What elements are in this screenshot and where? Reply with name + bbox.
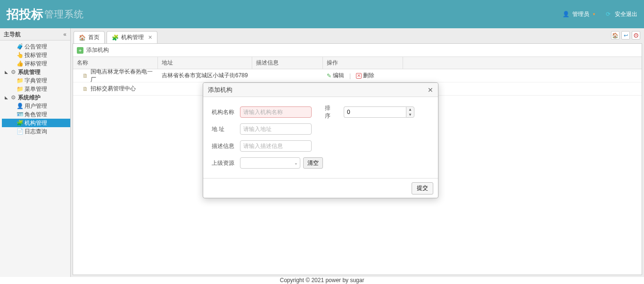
folder-icon: 📁	[16, 85, 24, 93]
nav-role-mgmt[interactable]: 🪪角色管理	[2, 110, 70, 119]
col-addr[interactable]: 地址	[158, 57, 252, 69]
label-org-name: 机构名称	[212, 108, 240, 116]
org-icon: 🧩	[112, 34, 119, 41]
addr-input[interactable]	[240, 123, 312, 135]
user-label: 管理员	[572, 10, 589, 18]
logo-big: 招投标	[7, 0, 43, 28]
tab-org[interactable]: 🧩机构管理✕	[107, 31, 157, 43]
org-name-input[interactable]	[240, 106, 312, 118]
tab-bar: 🏠首页 🧩机构管理✕ 🏠 ↩ ⮿	[73, 30, 642, 43]
collapse-icon[interactable]: «	[63, 28, 66, 41]
label-order: 排 序	[325, 104, 344, 120]
briefcase-icon: 🧳	[16, 43, 24, 50]
submit-button[interactable]: 提交	[412, 182, 433, 195]
delete-button[interactable]: ✕删除	[356, 72, 374, 80]
order-spinner[interactable]: ▲▼	[344, 106, 414, 118]
folder-icon: 📁	[16, 77, 24, 84]
grid-header: 名称 地址 描述信息 操作	[73, 57, 642, 69]
top-bar: 招投标 管理系统 👤 管理员 ▼ ⟳ 安全退出	[0, 0, 644, 28]
close-icon[interactable]: ✕	[428, 86, 433, 94]
user-icon: 👤	[16, 102, 24, 110]
label-parent: 上级资源	[212, 159, 240, 167]
chevron-down-icon: ▼	[592, 12, 596, 16]
sidebar-title-bar: 主导航 «	[0, 28, 70, 41]
parent-combo[interactable]: ⌄	[240, 157, 300, 169]
tool-close-all-icon[interactable]: ⮿	[632, 31, 640, 40]
nav-sys-mgmt[interactable]: ◣⚙系统管理	[2, 68, 70, 76]
add-org-dialog: 添加机构 ✕ 机构名称 排 序 ▲▼ 地 址 描述信息 上级资源 ⌄ 清空	[203, 82, 438, 198]
card-icon: 🪪	[16, 111, 24, 118]
close-icon[interactable]: ✕	[148, 34, 152, 41]
dialog-body: 机构名称 排 序 ▲▼ 地 址 描述信息 上级资源 ⌄ 清空	[203, 97, 438, 178]
sidebar-title: 主导航	[4, 28, 21, 41]
nav-dict[interactable]: 📁字典管理	[2, 76, 70, 85]
sidebar: 主导航 « 🧳公告管理 👆投标管理 👍评标管理 ◣⚙系统管理 📁字典管理 📁菜单…	[0, 28, 71, 277]
nav-review[interactable]: 👍评标管理	[2, 59, 70, 68]
chevron-down-icon: ⌄	[294, 161, 298, 165]
hand-icon: 👆	[16, 51, 24, 59]
tool-back-icon[interactable]: ↩	[621, 31, 630, 40]
nav-sys-maint[interactable]: ◣⚙系统维护	[2, 93, 70, 102]
table-row[interactable]: 🗎国电吉林龙华长春热电一厂 吉林省长春市宽城区小城子街6789 ✎编辑 | ✕删…	[73, 69, 642, 82]
edit-button[interactable]: ✎编辑	[327, 72, 344, 80]
col-name[interactable]: 名称	[73, 57, 158, 69]
nav-bid[interactable]: 👆投标管理	[2, 51, 70, 59]
logo-small: 管理系统	[44, 8, 84, 21]
spin-up-icon[interactable]: ▲	[406, 107, 414, 112]
spin-down-icon[interactable]: ▼	[406, 112, 414, 117]
toolbar: + 添加机构	[73, 44, 642, 57]
label-desc: 描述信息	[212, 142, 240, 150]
logout-link[interactable]: ⟳ 安全退出	[604, 10, 637, 18]
file-icon: 🗎	[83, 86, 88, 92]
user-icon: 👤	[562, 10, 570, 18]
nav-org-mgmt[interactable]: 🧩机构管理	[2, 119, 70, 127]
order-input[interactable]	[344, 106, 406, 118]
tool-home-icon[interactable]: 🏠	[611, 31, 619, 40]
top-right: 👤 管理员 ▼ ⟳ 安全退出	[562, 10, 637, 18]
tab-home[interactable]: 🏠首页	[74, 31, 105, 43]
thumb-icon: 👍	[16, 60, 24, 67]
logout-icon: ⟳	[604, 10, 612, 18]
gear-icon: ⚙	[9, 94, 17, 101]
dialog-footer: 提交	[203, 178, 438, 198]
org-icon: 🧩	[16, 119, 24, 127]
desc-input[interactable]	[240, 140, 312, 152]
add-org-button[interactable]: 添加机构	[86, 46, 109, 54]
user-menu[interactable]: 👤 管理员 ▼	[562, 10, 596, 18]
add-icon: +	[77, 47, 83, 54]
gear-icon: ⚙	[9, 68, 17, 76]
col-op[interactable]: 操作	[323, 57, 403, 69]
nav-log-query[interactable]: 📄日志查询	[2, 127, 70, 136]
clear-button[interactable]: 清空	[303, 157, 323, 169]
nav-menu[interactable]: 📁菜单管理	[2, 85, 70, 93]
logout-label: 安全退出	[615, 10, 637, 18]
label-addr: 地 址	[212, 125, 240, 133]
file-icon: 🗎	[83, 73, 88, 79]
expand-icon[interactable]: ◣	[4, 95, 8, 100]
expand-icon[interactable]: ◣	[4, 70, 8, 74]
pencil-icon: ✎	[327, 73, 331, 79]
dialog-header[interactable]: 添加机构 ✕	[203, 83, 438, 97]
col-desc[interactable]: 描述信息	[252, 57, 323, 69]
nav-tree: 🧳公告管理 👆投标管理 👍评标管理 ◣⚙系统管理 📁字典管理 📁菜单管理 ◣⚙系…	[0, 41, 70, 136]
document-icon: 📄	[16, 128, 24, 135]
nav-user-mgmt[interactable]: 👤用户管理	[2, 102, 70, 110]
dialog-title: 添加机构	[208, 86, 232, 94]
footer: Copyright © 2021 power by sugar	[0, 277, 644, 284]
nav-announce[interactable]: 🧳公告管理	[2, 42, 70, 51]
delete-icon: ✕	[356, 73, 362, 79]
tab-tools: 🏠 ↩ ⮿	[611, 31, 640, 40]
home-icon: 🏠	[79, 34, 86, 41]
